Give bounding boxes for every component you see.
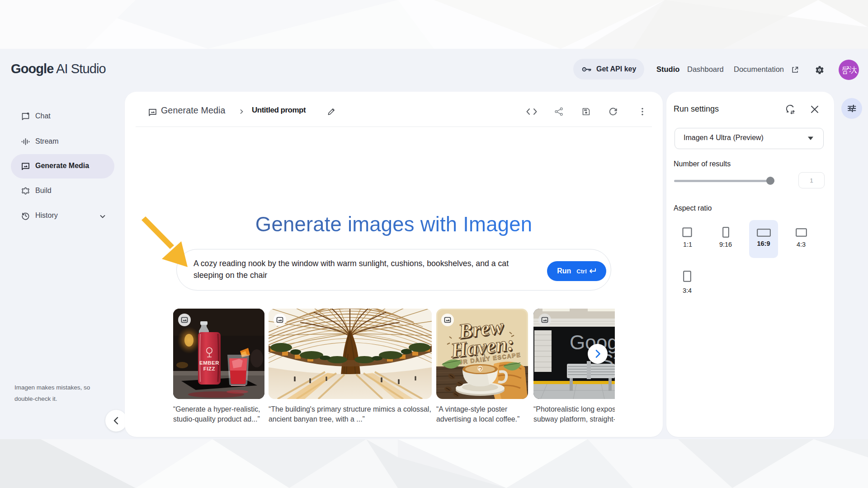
- svg-text:FIZZ: FIZZ: [203, 366, 215, 371]
- svg-text:EMBER: EMBER: [199, 360, 219, 366]
